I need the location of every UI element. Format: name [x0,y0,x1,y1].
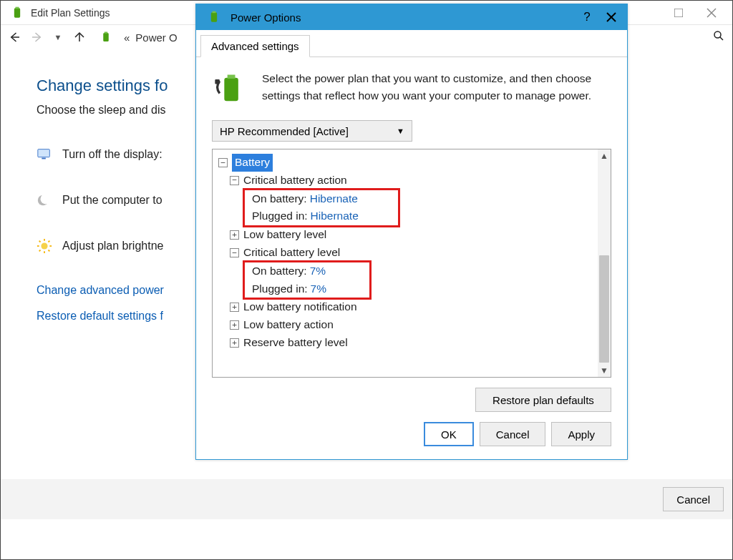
restore-plan-defaults-button[interactable]: Restore plan defaults [475,388,611,412]
svg-line-11 [720,37,724,41]
label: On battery: [252,262,307,280]
breadcrumb[interactable]: « Power O [94,29,178,45]
svg-line-21 [39,241,41,242]
label: Plugged in: [252,280,308,298]
plan-select[interactable]: HP Recommended [Active] ▼ [212,120,412,142]
highlight-box: On battery: 7% Plugged in: 7% [243,260,372,300]
tree-low-action[interactable]: + Low battery action [227,316,595,334]
svg-rect-26 [213,11,216,13]
monitor-icon [37,147,52,162]
apply-button[interactable]: Apply [551,422,611,446]
battery-plug-icon [212,70,249,107]
highlight-box: On battery: Hibernate Plugged in: Hibern… [243,188,400,228]
tree-reserve[interactable]: + Reserve battery level [227,334,595,352]
intro-text: Select the power plan that you want to c… [262,70,611,104]
plan-select-value: HP Recommended [Active] [220,125,349,137]
critical-level-on-battery[interactable]: On battery: 7% [249,262,365,280]
label: Plugged in: [252,207,308,225]
svg-rect-31 [215,79,220,84]
close-button[interactable] [695,2,728,24]
up-icon[interactable] [72,30,87,44]
ok-button[interactable]: OK [424,422,474,446]
forward-icon[interactable] [29,30,44,44]
svg-line-22 [49,250,50,252]
row-sleep-label: Put the computer to [62,194,162,207]
settings-tree: − Battery − Critical battery action On b… [212,149,611,378]
collapse-icon[interactable]: − [230,248,239,257]
tree-critical-level[interactable]: − Critical battery level [227,244,595,262]
scroll-up-icon[interactable]: ▲ [598,149,611,162]
tree-low-level[interactable]: + Low battery level [227,226,595,244]
power-plan-icon [9,5,25,21]
tree-critical-action[interactable]: − Critical battery action [227,172,595,190]
help-button[interactable]: ? [577,7,597,27]
svg-point-15 [41,194,52,205]
breadcrumb-text: Power O [135,31,177,44]
dialog-title: Power Options [230,11,301,24]
value: Hibernate [311,207,359,225]
svg-rect-12 [38,149,50,157]
value: Hibernate [310,190,358,208]
tree-label: Low battery level [243,226,326,244]
svg-rect-8 [103,33,109,41]
tree-root-label: Battery [232,154,273,172]
label: On battery: [252,190,307,208]
collapse-icon[interactable]: − [218,158,228,167]
main-action-bar: Cancel [1,479,732,519]
svg-rect-13 [42,158,46,159]
power-options-dialog: Power Options ? Advanced settings Sel [195,4,628,460]
breadcrumb-prefix: « [124,31,130,44]
critical-level-plugged-in[interactable]: Plugged in: 7% [249,280,365,298]
expand-icon[interactable]: + [230,320,239,330]
main-cancel-button[interactable]: Cancel [663,487,724,511]
main-title: Edit Plan Settings [31,7,110,19]
tree-label: Low battery notification [243,298,357,316]
intro-row: Select the power plan that you want to c… [212,70,611,107]
svg-line-23 [39,250,41,252]
critical-action-plugged-in[interactable]: Plugged in: Hibernate [249,207,394,225]
critical-action-on-battery[interactable]: On battery: Hibernate [249,190,394,208]
svg-point-16 [41,242,47,249]
scrollbar[interactable]: ▲ ▼ [598,149,611,377]
value: 7% [310,262,326,280]
row-display-label: Turn off the display: [62,148,162,161]
collapse-icon[interactable]: − [230,176,239,185]
tree-label: Critical battery action [243,172,347,190]
svg-rect-2 [674,9,683,17]
back-icon[interactable] [8,30,22,44]
svg-rect-30 [228,75,236,79]
row-brightness-label: Adjust plan brightne [62,240,163,252]
value: 7% [311,280,326,298]
moon-icon [37,192,52,208]
sun-icon [37,238,52,254]
svg-rect-1 [16,6,19,8]
tab-advanced-settings[interactable]: Advanced settings [200,35,310,57]
chevron-down-icon: ▼ [397,127,404,135]
recent-dropdown-icon[interactable]: ▼ [51,30,65,44]
tree-low-notification[interactable]: + Low battery notification [227,298,595,316]
svg-rect-9 [105,32,108,34]
minimize-button[interactable] [662,2,695,24]
search-icon[interactable] [712,29,725,45]
dialog-titlebar: Power Options ? [196,4,627,30]
svg-line-24 [49,241,50,242]
cancel-button[interactable]: Cancel [480,422,546,446]
expand-icon[interactable]: + [230,230,239,240]
scroll-down-icon[interactable]: ▼ [598,364,611,377]
dialog-close-button[interactable] [601,7,621,27]
svg-rect-29 [224,78,238,101]
tree-label: Reserve battery level [243,334,348,352]
svg-rect-0 [14,8,20,17]
expand-icon[interactable]: + [230,338,239,348]
tree-label: Critical battery level [243,244,340,262]
power-plan-icon [206,9,222,25]
svg-rect-25 [211,12,217,21]
power-plan-icon [98,29,114,45]
expand-icon[interactable]: + [230,303,239,312]
scroll-thumb[interactable] [599,255,609,363]
tree-root-battery[interactable]: − Battery [215,154,595,172]
tree-label: Low battery action [243,316,334,334]
